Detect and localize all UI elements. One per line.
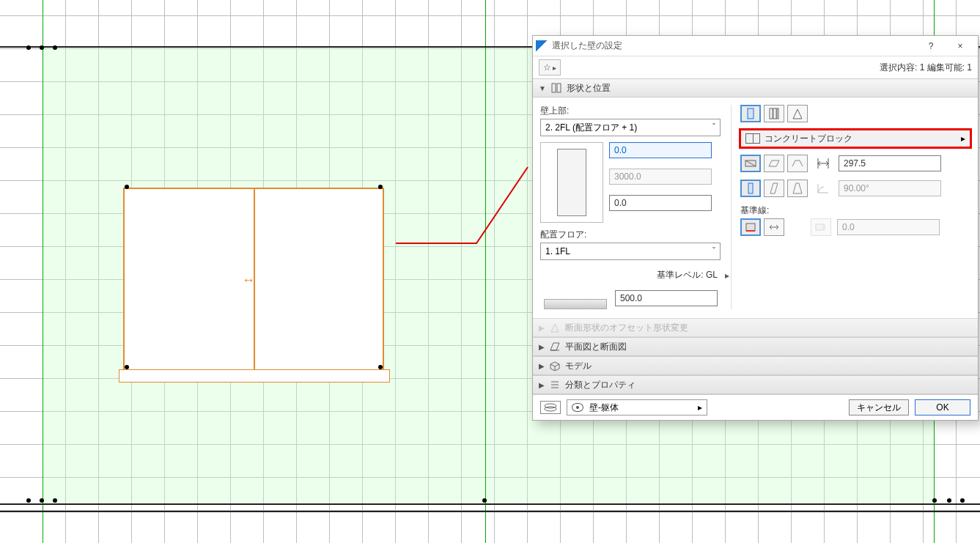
plan-section-icon [549,341,561,352]
profile-icon [549,322,561,333]
ok-label: OK [936,402,948,413]
plan-slanted-button[interactable] [764,180,784,197]
section-title: 断面形状のオフセット形状変更 [565,322,688,334]
handle-icon[interactable] [378,365,383,369]
handle-icon[interactable] [40,498,44,503]
layer-value: 壁-躯体 [589,402,619,414]
layer-select[interactable]: 壁-躯体 ▸ [567,399,707,415]
handle-icon[interactable] [53,498,57,503]
handle-icon[interactable] [932,498,937,503]
svg-point-25 [545,407,556,411]
wall-settings-dialog: 選択した壁の設定 ? × ☆ ▸ 選択内容: 1 編集可能: 1 ▼ 形状と位置… [532,35,979,421]
star-icon: ☆ [543,62,551,73]
section-plan-section[interactable]: ▶ 平面図と断面図 [533,337,978,356]
ok-button[interactable]: OK [915,399,970,415]
collapse-icon: ▼ [539,84,546,92]
ref-level-icon [540,287,611,309]
expand-icon: ▶ [539,343,545,351]
dialog-footer: 壁-躯体 ▸ キャンセル OK [533,394,978,420]
angle-value: 90.00° [844,183,869,193]
svg-marker-13 [770,183,778,193]
wall-top-label: 壁上部: [540,105,731,117]
section-shape-position[interactable]: ▼ 形状と位置 [533,78,978,97]
section-offset-profile[interactable]: ▶ 断面形状のオフセット形状変更 [533,318,978,337]
chevron-down-icon: ˇ [712,246,715,256]
svg-marker-8 [769,160,779,166]
favorites-button[interactable]: ☆ ▸ [539,59,561,75]
bottom-offset-value: 0.0 [614,198,627,208]
story-label: 配置フロア: [540,229,731,241]
svg-rect-15 [746,224,755,231]
thickness-input[interactable]: 297.5 [839,155,941,171]
handle-icon[interactable] [125,365,129,369]
expand-icon: ▶ [539,381,545,389]
section-title: 形状と位置 [567,82,611,95]
geometry-straight-button[interactable] [740,155,761,172]
svg-rect-12 [748,183,753,193]
help-button[interactable]: ? [916,37,946,55]
angle-icon [814,182,833,195]
refline-flip-button[interactable] [764,218,784,236]
handle-icon[interactable] [53,45,57,50]
structure-type-toggle [740,105,970,122]
baseline-label: 基準線: [740,204,970,217]
window-sill [119,369,390,383]
refline-offset-value: 0.0 [842,222,855,232]
handle-icon[interactable] [947,498,951,503]
cancel-button[interactable]: キャンセル [849,399,909,415]
section-model[interactable]: ▶ モデル [533,356,978,375]
plan-double-slanted-button[interactable] [787,180,808,197]
handle-icon[interactable] [40,45,44,50]
wall-preview-icon [540,142,603,223]
wall-height-input[interactable]: 3000.0 [609,169,712,185]
selection-info: 選択内容: 1 編集可能: 1 [880,62,972,74]
structure-basic-button[interactable] [740,105,761,122]
close-button[interactable]: × [946,37,975,55]
archicad-icon [536,40,548,52]
top-offset-input[interactable]: 0.0 [609,142,712,158]
svg-rect-4 [773,108,776,119]
building-material-value: コンクリートブロック [765,133,957,145]
handle-icon[interactable] [125,185,129,189]
material-swatch-icon [745,133,760,144]
list-icon [549,380,561,390]
refline-offset-input: 0.0 [837,219,940,235]
shape-icon [550,83,562,93]
geometry-trapezoid-button[interactable] [764,155,784,172]
plan-vertical-button[interactable] [740,180,761,197]
floor-line [0,511,980,512]
structure-composite-button[interactable] [764,105,784,122]
handle-icon[interactable] [378,185,383,189]
svg-marker-14 [793,183,802,193]
dialog-titlebar[interactable]: 選択した壁の設定 ? × [533,36,978,56]
handle-icon[interactable] [960,498,965,503]
wall-top-value: 2. 2FL (配置フロア + 1) [545,122,637,134]
refline-offset-icon [811,218,831,236]
thickness-value: 297.5 [844,158,866,169]
handle-icon[interactable] [482,498,487,503]
section-classification[interactable]: ▶ 分類とプロパティ [533,375,978,394]
handle-icon[interactable] [26,45,31,50]
home-story-value: 1. 1FL [545,246,570,256]
wall-edge-bottom [0,503,980,505]
angle-input: 90.00° [839,180,941,196]
model-icon [549,361,561,371]
wall-top-select[interactable]: 2. 2FL (配置フロア + 1) ˇ [540,119,721,136]
refline-position-button[interactable] [740,218,761,236]
ref-level-input[interactable]: 500.0 [615,290,718,306]
geometry-polygon-button[interactable] [787,155,808,172]
building-material-select[interactable]: コンクリートブロック ▸ [740,130,970,147]
opening-direction-icon: ↔ [242,273,255,288]
bottom-offset-input[interactable]: 0.0 [609,195,712,211]
chevron-right-icon: ▸ [698,402,702,413]
thickness-icon [814,157,833,170]
svg-rect-0 [552,84,556,92]
structure-profile-button[interactable] [787,105,808,122]
svg-rect-5 [777,108,778,119]
eye-icon [572,403,583,412]
chevron-down-icon: ˇ [712,122,715,133]
chevron-right-icon[interactable]: ▸ [723,270,731,281]
wall-height-value: 3000.0 [614,171,641,182]
handle-icon[interactable] [26,498,31,503]
home-story-select[interactable]: 1. 1FL ˇ [540,243,721,260]
